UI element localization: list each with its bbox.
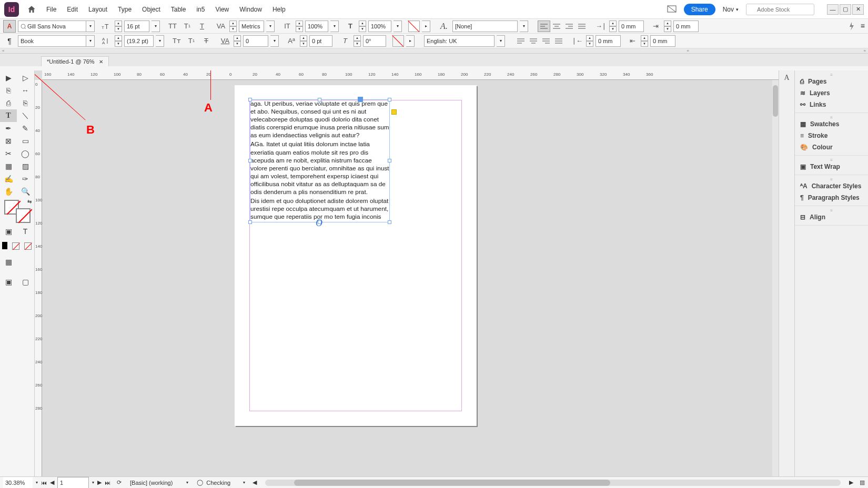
tracking-dropdown[interactable]: ▾ — [270, 35, 279, 47]
menu-table[interactable]: Table — [171, 6, 186, 13]
tracking-spinner[interactable]: ▲▼ — [234, 35, 241, 47]
vscale-field[interactable]: 100% — [305, 21, 328, 32]
adobe-stock-search[interactable] — [746, 4, 814, 15]
maximize-button[interactable]: ▢ — [840, 4, 851, 15]
text-frame[interactable]: O aga. Ut peribus, veriae voluptate et q… — [250, 100, 389, 222]
collapse-bar-top[interactable]: « « » — [0, 48, 868, 54]
document-canvas[interactable]: 1601401201008060402002040608010012014016… — [35, 70, 779, 476]
vscale-dropdown[interactable]: ▾ — [330, 21, 339, 32]
line-tool[interactable]: ＼ — [17, 109, 34, 122]
page-dropdown-icon[interactable]: ▾ — [92, 480, 94, 485]
subscript-icon[interactable]: T1 — [185, 35, 198, 47]
close-tab-icon[interactable]: ✕ — [99, 59, 103, 65]
indent-right-field[interactable]: 0 mm — [596, 35, 621, 47]
char-fill-swatch[interactable] — [408, 21, 420, 32]
screen-mode-icon[interactable] — [667, 5, 677, 14]
content-grabber-icon[interactable]: O — [316, 217, 322, 229]
skew-field[interactable]: 0° — [363, 35, 386, 47]
indent-firstline-field[interactable]: 0 mm — [673, 21, 699, 32]
content-placer-tool[interactable]: ⎘ — [17, 97, 34, 109]
horizontal-scrollbar[interactable] — [265, 480, 841, 486]
align-justify-center-button[interactable] — [527, 35, 540, 47]
menu-edit[interactable]: Edit — [67, 6, 78, 13]
align-right-button[interactable] — [563, 21, 576, 32]
apply-gradient[interactable] — [22, 240, 34, 252]
prev-page-button[interactable]: ◀ — [50, 479, 54, 486]
out-port-marker[interactable] — [391, 109, 397, 115]
font-style-dropdown[interactable]: ▾ — [86, 35, 95, 47]
vscale-spinner[interactable]: ▲▼ — [296, 21, 303, 32]
panel-character-styles[interactable]: ᴬACharacter Styles — [795, 180, 868, 192]
open-in-bridge-icon[interactable]: ⟳ — [117, 479, 122, 486]
char-style-field[interactable]: [None] — [452, 21, 518, 32]
close-button[interactable]: ✕ — [852, 4, 864, 15]
panel-stroke[interactable]: ≡Stroke — [795, 130, 868, 141]
indent-right-spinner[interactable]: ▲▼ — [586, 35, 593, 47]
gradient-feather-tool[interactable]: ▨ — [17, 160, 34, 172]
panel-menu-icon[interactable]: ≡ — [861, 22, 865, 31]
zoom-dropdown-icon[interactable]: ▾ — [36, 480, 38, 485]
screen-mode-normal[interactable]: ▣ — [0, 276, 17, 288]
menu-object[interactable]: Object — [142, 6, 160, 13]
apply-none[interactable] — [9, 240, 22, 252]
share-button[interactable]: Share — [684, 4, 715, 15]
language-dropdown[interactable]: ▾ — [497, 35, 505, 47]
workspace-dropdown[interactable]: Nov ▾ — [723, 6, 739, 13]
align-justify-button[interactable] — [576, 21, 588, 32]
font-size-field[interactable]: 16 pt — [124, 21, 149, 32]
menu-in5[interactable]: in5 — [196, 6, 205, 13]
pen-tool[interactable]: ✒ — [0, 122, 17, 135]
font-size-spinner[interactable]: ▲▼ — [115, 21, 122, 32]
format-text-icon[interactable]: T — [17, 225, 34, 238]
align-justify-right-button[interactable] — [540, 35, 552, 47]
free-transform-tool[interactable]: ◯ — [17, 147, 34, 160]
panel-text-wrap[interactable]: ▣Text Wrap — [795, 161, 868, 172]
menu-layout[interactable]: Layout — [88, 6, 107, 13]
menu-help[interactable]: Help — [272, 6, 286, 13]
strikethrough-icon[interactable]: T — [200, 35, 213, 47]
direct-selection-tool[interactable]: ▷ — [17, 72, 34, 84]
split-view-icon[interactable]: ▥ — [860, 479, 865, 486]
char-fill-dropdown[interactable]: ▸ — [422, 21, 430, 32]
gradient-swatch-tool[interactable]: ▦ — [0, 160, 17, 172]
kerning-field[interactable]: Metrics — [239, 21, 264, 32]
document-tab[interactable]: *Untitled-1 @ 76% ✕ — [41, 56, 109, 66]
view-mode-icon[interactable]: ▦ — [0, 256, 17, 268]
content-collector-tool[interactable]: ⎙ — [0, 97, 17, 109]
panel-pages[interactable]: ⎙Pages — [795, 76, 868, 87]
menu-file[interactable]: File — [46, 6, 56, 13]
underline-icon[interactable]: T — [196, 21, 208, 32]
zoom-tool[interactable]: 🔍 — [17, 185, 34, 198]
preset-dropdown-icon[interactable]: ▾ — [186, 480, 188, 485]
allcaps-icon[interactable]: TT — [166, 21, 179, 32]
superscript-icon[interactable]: T1 — [181, 21, 194, 32]
first-page-button[interactable]: ⏮ — [41, 480, 47, 486]
page-field[interactable]: 1 — [57, 477, 89, 489]
panel-colour[interactable]: 🎨Colour — [795, 141, 868, 153]
indent-firstline-spinner[interactable]: ▲▼ — [664, 21, 671, 32]
panel-layers[interactable]: ≋Layers — [795, 87, 868, 99]
indent-left-spinner[interactable]: ▲▼ — [609, 21, 617, 32]
hscale-field[interactable]: 100% — [368, 21, 391, 32]
type-tool[interactable]: T — [0, 109, 17, 122]
font-size-dropdown[interactable]: ▾ — [152, 21, 160, 32]
rectangle-tool[interactable]: ▭ — [17, 135, 34, 147]
stock-search-input[interactable] — [746, 4, 814, 15]
gap-tool[interactable]: ↔ — [17, 84, 34, 97]
smallcaps-icon[interactable]: Tᴛ — [170, 35, 183, 47]
indent-left-field[interactable]: 0 mm — [619, 21, 644, 32]
minimize-button[interactable]: — — [827, 4, 839, 15]
char-stroke-swatch[interactable] — [392, 35, 404, 47]
char-style-dropdown[interactable]: ▾ — [520, 21, 528, 32]
last-page-button[interactable]: ⏭ — [105, 480, 110, 486]
menu-view[interactable]: View — [215, 6, 229, 13]
menu-type[interactable]: Type — [118, 6, 132, 13]
baseline-spinner[interactable]: ▲▼ — [300, 35, 307, 47]
hscale-dropdown[interactable]: ▾ — [393, 21, 402, 32]
fill-stroke-swatch[interactable]: ⇆ — [4, 200, 31, 223]
quick-apply-icon[interactable] — [848, 22, 855, 31]
eyedropper-tool[interactable]: ✑ — [17, 172, 34, 185]
hand-tool[interactable]: ✋ — [0, 185, 17, 198]
align-justify-all-button[interactable] — [552, 35, 565, 47]
indent-lastline-spinner[interactable]: ▲▼ — [641, 35, 648, 47]
